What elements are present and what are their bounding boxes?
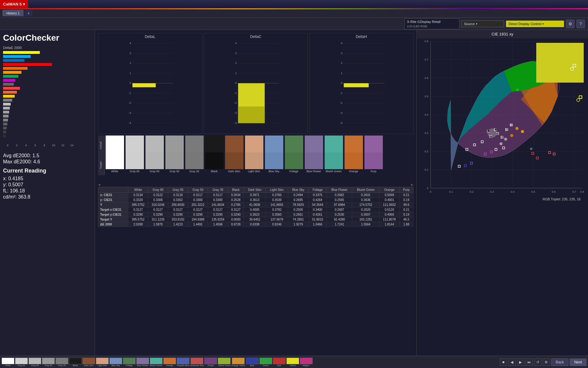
table-cell: 0.3127 [188, 207, 208, 212]
skip-button[interactable]: ⏭ [526, 359, 533, 366]
table-cell: 111.0652 [379, 203, 399, 207]
bottom-swatch[interactable]: Blue Flower [136, 358, 149, 366]
device-dropdown[interactable]: X-Rite i1Display Retail LCD (LED RGB) [404, 18, 459, 29]
swatch-col[interactable]: Black [204, 136, 224, 175]
row-label: Target y:CIE31 [98, 212, 128, 217]
table-cell: 0.21 [399, 207, 413, 212]
play-button[interactable]: ▶ [517, 359, 524, 366]
swatch-actual [185, 136, 204, 152]
svg-text:0.8: 0.8 [580, 190, 584, 193]
bar-row [3, 71, 92, 74]
bottom-swatch[interactable]: Yellow Green [218, 358, 231, 366]
bottom-swatch[interactable]: Gray 35 [55, 358, 68, 366]
swatch-col[interactable]: Gray 80 [125, 136, 145, 175]
bottom-swatch[interactable]: Black [69, 358, 82, 366]
swatch-col[interactable]: Gray 35 [184, 136, 204, 175]
table-cell: 0.3636 [352, 198, 379, 203]
bottom-swatch[interactable]: Purple [204, 358, 217, 366]
tab-add-button[interactable]: + [25, 10, 32, 16]
bottom-swatch[interactable]: Red [273, 358, 286, 366]
bar-fill [3, 115, 9, 117]
svg-text:1: 1 [341, 71, 342, 75]
swatch-col[interactable]: Orange [344, 136, 364, 175]
bottom-swatch[interactable]: Orange [163, 358, 176, 366]
bottom-swatch[interactable]: Magen [300, 358, 313, 366]
bar-fill [3, 127, 7, 129]
svg-point-126 [511, 124, 513, 126]
next-button[interactable]: Next [570, 359, 586, 366]
bottom-swatch[interactable]: Gray 80 [15, 358, 28, 366]
swatches-container: WhiteGray 80Gray 65Gray 50Gray 35BlackDa… [105, 136, 413, 175]
data-table-section[interactable]: WhiteGray 80Gray 65Gray 50Gray 35BlackDa… [95, 187, 417, 356]
bottom-swatch-color [42, 358, 55, 364]
app-dropdown[interactable]: ▾ [23, 2, 25, 6]
bottom-swatch[interactable]: Green [259, 358, 272, 366]
bottom-swatch[interactable]: Yellow [286, 358, 299, 366]
table-row: Target y:CIE310.32900.32900.32900.32900.… [98, 212, 413, 217]
bottom-swatch[interactable]: Orange Yellow [231, 358, 245, 366]
swatch-col[interactable]: Gray 65 [145, 136, 164, 175]
table-row: y: CIE310.33200.33060.33020.33000.33000.… [98, 198, 413, 203]
bottom-swatch[interactable]: Purplish Blue [177, 358, 190, 366]
swatch-col[interactable]: Light Skin [244, 136, 264, 175]
bottom-swatch[interactable]: Moderate Red [190, 358, 204, 366]
bottom-swatch[interactable]: Light Skin [96, 358, 109, 366]
source-dropdown[interactable]: Source ▾ [461, 20, 504, 27]
bottom-swatch-color [300, 358, 313, 364]
swatch-col[interactable]: Purp [364, 136, 383, 175]
svg-text:0.2: 0.2 [424, 150, 428, 153]
bottom-swatch[interactable]: Gray 65 [28, 358, 41, 366]
swatch-name: Blue Flower [307, 170, 321, 173]
svg-text:3: 3 [130, 51, 131, 55]
stop-button[interactable]: ■ [500, 359, 507, 366]
tab-history1[interactable]: History 1 [2, 10, 24, 16]
svg-text:0.3: 0.3 [490, 190, 494, 193]
swatch-col[interactable]: Dark Skin [224, 136, 244, 175]
bottom-swatch[interactable]: Dark Skin [82, 358, 95, 366]
bottom-swatch[interactable]: Bluish Green [150, 358, 163, 366]
bottom-swatch[interactable]: Gray 50 [42, 358, 55, 366]
bar-row [3, 106, 92, 110]
bar-row [3, 126, 92, 130]
bottom-swatch-label: Yellow [290, 364, 296, 366]
swatch-col[interactable]: Bluish Green [324, 136, 344, 175]
bottom-controls: ■ ◀ ▶ ⏭ ↺ ⚙ Back Next [500, 359, 586, 366]
color-checker-title: ColorChecker [3, 33, 92, 43]
ddc-dropdown[interactable]: Direct Display Control ▾ [506, 20, 564, 27]
more-button[interactable]: ⚙ [543, 359, 550, 366]
table-header: Gray 65 [168, 187, 188, 193]
table-header: White [128, 187, 148, 193]
loop-button[interactable]: ↺ [534, 359, 541, 366]
bar-row [3, 118, 92, 122]
table-cell: 0.3117 [188, 193, 208, 198]
table-cell: 0.3117 [208, 193, 228, 198]
bottom-swatch[interactable]: Blue Sky [109, 358, 122, 366]
bottom-swatch-label: Purple [208, 364, 214, 366]
bottom-bar: WhiteGray 80Gray 65Gray 50Gray 35BlackDa… [0, 356, 588, 368]
help-button[interactable]: ? [576, 20, 585, 28]
swatch-col[interactable]: Blue Flower [304, 136, 324, 175]
table-cell: 0.2682 [327, 193, 352, 198]
bottom-swatch[interactable]: White [2, 358, 14, 366]
bottom-swatch-color [163, 358, 176, 364]
prev-button[interactable]: ◀ [508, 359, 516, 366]
bottom-swatch[interactable]: Blue [246, 358, 259, 366]
table-cell: 0.3127 [148, 207, 168, 212]
bar-row [3, 95, 92, 98]
swatch-col[interactable]: Gray 50 [164, 136, 184, 175]
swatch-col[interactable]: Blue Sky [264, 136, 284, 175]
svg-text:0.7: 0.7 [424, 58, 428, 61]
row-label: ΔE 2000 [98, 222, 128, 227]
back-button[interactable]: Back [551, 359, 569, 366]
table-cell: 0.3290 [188, 212, 208, 217]
bar-row [3, 59, 92, 62]
table-header [98, 187, 128, 193]
swatch-col[interactable]: White [105, 136, 125, 175]
swatch-name: Gray 35 [189, 170, 199, 173]
row-label: Target x:CIE31 [98, 207, 128, 212]
bar-fill [3, 59, 24, 62]
settings-button[interactable]: ⚙ [566, 20, 575, 28]
swatch-col[interactable]: Foliage [284, 136, 304, 175]
table-row: Y395.5752316.0246256.8030201.3222141.863… [98, 203, 413, 207]
bottom-swatch[interactable]: Foliage [123, 358, 136, 366]
